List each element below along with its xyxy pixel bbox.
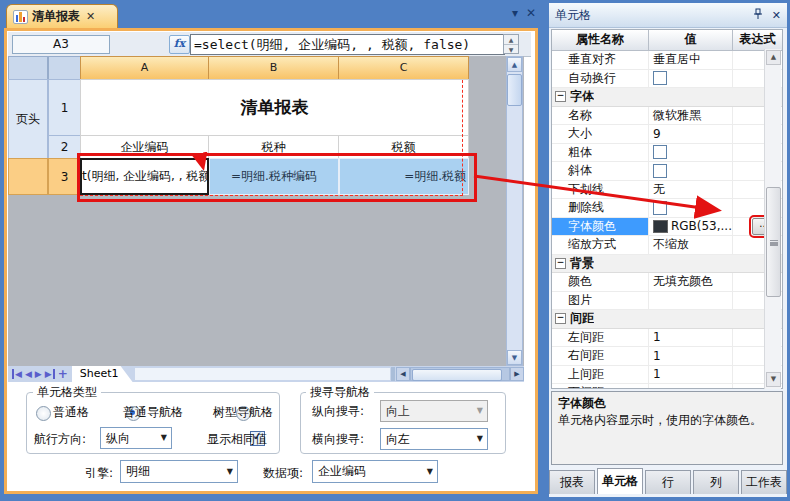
hscroll-right-icon[interactable]: ▶ bbox=[510, 367, 524, 381]
panel-tab-strip: 报表 单元格 行 列 工作表 bbox=[549, 468, 787, 496]
report-designer-window: 清单报表 ✕ ▾ ✕ A3 fx =select(明细, 企业编码, , 税额,… bbox=[0, 0, 790, 501]
tab-row[interactable]: 行 bbox=[645, 470, 691, 494]
band-header-row3[interactable] bbox=[8, 158, 48, 195]
panel-close-icon[interactable]: ✕ bbox=[772, 9, 781, 22]
property-row-font-color[interactable]: 字体颜色 RGB(53,... ... bbox=[552, 218, 782, 237]
wrap-checkbox[interactable] bbox=[653, 71, 667, 85]
sheet-tab-sheet1[interactable]: Sheet1 bbox=[72, 366, 133, 382]
last-sheet-icon[interactable]: ▶ bbox=[45, 369, 55, 379]
tab-report[interactable]: 报表 bbox=[549, 470, 595, 494]
tabstrip-menu-icon[interactable]: ▾ bbox=[512, 6, 518, 24]
property-row[interactable]: 自动换行 bbox=[552, 70, 782, 89]
scroll-down-icon[interactable]: ▼ bbox=[507, 350, 522, 365]
scroll-up-icon[interactable]: ▲ bbox=[507, 57, 522, 72]
tabstrip-close-icon[interactable]: ✕ bbox=[526, 6, 536, 24]
pin-icon[interactable] bbox=[753, 8, 763, 23]
formula-input[interactable]: =select(明细, 企业编码, , 税额, false) bbox=[190, 34, 505, 55]
annotation-highlight-row3 bbox=[77, 153, 477, 202]
column-header-c[interactable]: C bbox=[338, 56, 469, 80]
cell-reference-box[interactable]: A3 bbox=[12, 35, 110, 54]
grid-horizontal-scrollbar[interactable] bbox=[410, 367, 510, 381]
radio-tree-nav-cell-label[interactable]: 树型导航格 bbox=[213, 404, 273, 421]
property-row[interactable]: 删除线 bbox=[552, 199, 782, 218]
panel-scrollbar[interactable]: ▲ ▼ bbox=[764, 49, 781, 389]
property-row[interactable]: 图片 bbox=[552, 292, 782, 311]
description-body: 单元格内容显示时，使用的字体颜色。 bbox=[558, 412, 776, 429]
bold-checkbox[interactable] bbox=[653, 145, 667, 159]
property-group-background[interactable]: −背景 bbox=[552, 255, 782, 274]
radio-normal-cell[interactable] bbox=[36, 406, 51, 421]
column-property-name[interactable]: 属性名称 bbox=[552, 30, 649, 50]
property-row[interactable]: 上间距1 bbox=[552, 366, 782, 385]
data-item-combo[interactable]: 企业编码 ▼ bbox=[312, 460, 438, 483]
column-header-a[interactable]: A bbox=[80, 56, 209, 80]
direction-combo[interactable]: 纵向 ▼ bbox=[100, 427, 172, 449]
vertical-search-combo: 向上 ▼ bbox=[380, 400, 488, 422]
tab-cell[interactable]: 单元格 bbox=[597, 468, 643, 494]
property-row[interactable]: 粗体 bbox=[552, 144, 782, 163]
combo-arrow-icon: ▼ bbox=[477, 406, 483, 415]
show-same-value-label[interactable]: 显示相同值 bbox=[207, 431, 267, 448]
combo-arrow-icon: ▼ bbox=[227, 467, 233, 476]
property-table-header: 属性名称 值 表达式 bbox=[552, 30, 782, 51]
panel-scroll-up-icon[interactable]: ▲ bbox=[766, 50, 781, 65]
prev-sheet-icon[interactable]: ◀ bbox=[25, 369, 32, 379]
document-tab-close-icon[interactable]: ✕ bbox=[86, 10, 95, 23]
combo-arrow-icon: ▼ bbox=[161, 433, 167, 442]
collapse-icon[interactable]: − bbox=[555, 313, 566, 324]
grid-corner-rownum[interactable] bbox=[48, 56, 81, 80]
grid-hscroll-thumb[interactable] bbox=[412, 369, 502, 381]
grid-vertical-scrollbar[interactable]: ▲ ▼ bbox=[506, 56, 523, 366]
engine-combo[interactable]: 明细 ▼ bbox=[120, 460, 238, 483]
document-tab[interactable]: 清单报表 ✕ bbox=[6, 4, 118, 28]
radio-normal-nav-cell-label[interactable]: 普通导航格 bbox=[123, 404, 183, 421]
first-sheet-icon[interactable]: ◀ bbox=[12, 369, 22, 379]
radio-normal-cell-label[interactable]: 普通格 bbox=[53, 404, 89, 421]
row-header-1[interactable]: 1 bbox=[48, 79, 81, 136]
cell-type-group-title: 单元格类型 bbox=[33, 385, 101, 399]
vertical-search-label: 纵向搜寻: bbox=[312, 403, 364, 420]
collapse-icon[interactable]: − bbox=[555, 258, 566, 269]
next-sheet-icon[interactable]: ▶ bbox=[35, 369, 42, 379]
column-header-b[interactable]: B bbox=[208, 56, 339, 80]
tab-column[interactable]: 列 bbox=[693, 470, 739, 494]
property-row[interactable]: 斜体 bbox=[552, 162, 782, 181]
column-expression[interactable]: 表达式 bbox=[733, 30, 782, 50]
panel-scroll-thumb[interactable] bbox=[766, 187, 781, 297]
panel-scroll-down-icon[interactable]: ▼ bbox=[766, 372, 781, 387]
property-row[interactable]: 垂直对齐垂直居中 bbox=[552, 51, 782, 70]
data-item-label: 数据项: bbox=[263, 465, 303, 482]
spinner-up-icon[interactable]: ▲ bbox=[504, 35, 518, 44]
property-row[interactable]: 左间距1 bbox=[552, 329, 782, 348]
sheetbar-splitter[interactable] bbox=[391, 367, 395, 381]
property-group-spacing[interactable]: −间距 bbox=[552, 310, 782, 329]
property-row[interactable]: 名称微软雅黑 bbox=[552, 107, 782, 126]
italic-checkbox[interactable] bbox=[653, 164, 667, 178]
property-table: 属性名称 值 表达式 垂直对齐垂直居中 自动换行 −字体 名称微软雅黑 大小9 … bbox=[551, 29, 783, 389]
property-row[interactable]: 右间距1 bbox=[552, 347, 782, 366]
fx-button[interactable]: fx bbox=[169, 35, 190, 54]
search-nav-group-title: 搜寻导航格 bbox=[306, 385, 374, 399]
direction-label: 航行方向: bbox=[34, 431, 86, 448]
horizontal-search-combo[interactable]: 向左 ▼ bbox=[380, 428, 488, 450]
cell-a1-title[interactable]: 清单报表 bbox=[80, 79, 469, 136]
property-row[interactable]: 颜色无填充颜色 bbox=[552, 273, 782, 292]
band-header-pagehead[interactable]: 页头 bbox=[8, 79, 48, 159]
column-value[interactable]: 值 bbox=[649, 30, 733, 50]
spinner-down-icon[interactable]: ▼ bbox=[504, 44, 518, 54]
combo-arrow-icon: ▼ bbox=[477, 434, 483, 443]
collapse-icon[interactable]: − bbox=[555, 91, 566, 102]
property-row[interactable]: 大小9 bbox=[552, 125, 782, 144]
strike-checkbox[interactable] bbox=[653, 201, 667, 215]
grid-corner-band bbox=[8, 56, 48, 80]
grid-vscroll-thumb[interactable] bbox=[507, 74, 522, 106]
tab-worksheet[interactable]: 工作表 bbox=[741, 470, 787, 494]
property-row[interactable]: 下间距1 bbox=[552, 384, 782, 389]
property-group-font[interactable]: −字体 bbox=[552, 88, 782, 107]
hscroll-left-icon[interactable]: ◀ bbox=[396, 367, 410, 381]
property-row[interactable]: 缩放方式不缩放 bbox=[552, 236, 782, 255]
property-row[interactable]: 下划线无 bbox=[552, 181, 782, 200]
add-sheet-icon[interactable]: + bbox=[58, 367, 68, 381]
description-title: 字体颜色 bbox=[558, 395, 776, 412]
formula-bar-spinner[interactable]: ▲ ▼ bbox=[503, 34, 519, 54]
